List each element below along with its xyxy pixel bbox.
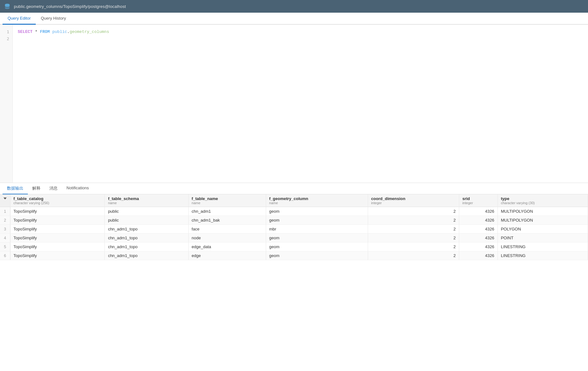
cell-srid: 4326: [459, 216, 497, 225]
cell-srid: 4326: [459, 251, 497, 260]
cell-type: LINESTRING: [497, 251, 588, 260]
col-header-f-table-schema[interactable]: f_table_schema name: [105, 194, 188, 207]
cell-f_geometry_column: mbr: [266, 225, 368, 234]
cell-coord_dimension: 2: [368, 207, 459, 216]
cell-f_table_catalog: TopoSimplify: [10, 225, 105, 234]
title-bar-path: public.geometry_columns/TopoSimplify/pos…: [14, 4, 126, 9]
cell-srid: 4326: [459, 207, 497, 216]
row-number: 4: [0, 234, 10, 242]
col-header-srid[interactable]: srid integer: [459, 194, 497, 207]
cell-coord_dimension: 2: [368, 225, 459, 234]
row-number: 2: [0, 216, 10, 225]
cell-f_table_schema: chn_adm1_topo: [105, 251, 188, 260]
cell-coord_dimension: 2: [368, 251, 459, 260]
cell-type: POLYGON: [497, 225, 588, 234]
cell-f_table_schema: public: [105, 216, 188, 225]
col-header-coord-dimension[interactable]: coord_dimension integer: [368, 194, 459, 207]
line-numbers: 1 2: [0, 25, 13, 183]
table-row: 6TopoSimplifychn_adm1_topoedgegeom24326L…: [0, 251, 588, 260]
col-header-type[interactable]: type character varying (30): [497, 194, 588, 207]
cell-coord_dimension: 2: [368, 216, 459, 225]
tab-explain[interactable]: 解释: [28, 183, 45, 194]
sort-col-header[interactable]: [0, 194, 10, 207]
cell-f_table_catalog: TopoSimplify: [10, 216, 105, 225]
cell-type: POINT: [497, 234, 588, 242]
table-row: 2TopoSimplifypublicchn_adm1_bakgeom24326…: [0, 216, 588, 225]
cell-f_geometry_column: geom: [266, 242, 368, 251]
bottom-panel: 数据输出 解释 消息 Notifications f_table_catalog…: [0, 183, 588, 260]
cell-f_table_schema: chn_adm1_topo: [105, 234, 188, 242]
table-row: 5TopoSimplifychn_adm1_topoedge_datageom2…: [0, 242, 588, 251]
cell-coord_dimension: 2: [368, 234, 459, 242]
tab-query-editor[interactable]: Query Editor: [3, 13, 36, 25]
cell-f_table_name: chn_adm1_bak: [188, 216, 266, 225]
row-number: 1: [0, 207, 10, 216]
cell-type: MULTIPOLYGON: [497, 216, 588, 225]
results-container[interactable]: f_table_catalog character varying (256) …: [0, 194, 588, 260]
table-row: 3TopoSimplifychn_adm1_topofacembr24326PO…: [0, 225, 588, 234]
cell-srid: 4326: [459, 242, 497, 251]
tab-messages[interactable]: 消息: [45, 183, 62, 194]
cell-coord_dimension: 2: [368, 242, 459, 251]
col-header-f-table-catalog[interactable]: f_table_catalog character varying (256): [10, 194, 105, 207]
cell-f_geometry_column: geom: [266, 234, 368, 242]
database-icon: [4, 3, 11, 10]
tab-query-history[interactable]: Query History: [36, 13, 71, 25]
cell-f_table_name: chn_adm1: [188, 207, 266, 216]
title-bar: public.geometry_columns/TopoSimplify/pos…: [0, 0, 588, 13]
col-header-f-geometry-column[interactable]: f_geometry_column name: [266, 194, 368, 207]
cell-f_table_catalog: TopoSimplify: [10, 242, 105, 251]
cell-f_table_name: edge: [188, 251, 266, 260]
cell-f_table_catalog: TopoSimplify: [10, 207, 105, 216]
cell-f_table_schema: chn_adm1_topo: [105, 242, 188, 251]
cell-f_table_name: node: [188, 234, 266, 242]
cell-f_table_catalog: TopoSimplify: [10, 251, 105, 260]
cell-f_geometry_column: geom: [266, 251, 368, 260]
editor-area[interactable]: 1 2 SELECT * FROM public.geometry_column…: [0, 25, 588, 183]
main-tabs: Query Editor Query History: [0, 13, 588, 25]
cell-f_table_schema: chn_adm1_topo: [105, 225, 188, 234]
results-table: f_table_catalog character varying (256) …: [0, 194, 588, 260]
tab-notifications[interactable]: Notifications: [62, 183, 93, 194]
row-number: 3: [0, 225, 10, 234]
cell-f_geometry_column: geom: [266, 207, 368, 216]
cell-f_geometry_column: geom: [266, 216, 368, 225]
cell-f_table_name: face: [188, 225, 266, 234]
row-number: 5: [0, 242, 10, 251]
row-number: 6: [0, 251, 10, 260]
table-row: 1TopoSimplifypublicchn_adm1geom24326MULT…: [0, 207, 588, 216]
col-header-f-table-name[interactable]: f_table_name name: [188, 194, 266, 207]
bottom-tabs: 数据输出 解释 消息 Notifications: [0, 183, 588, 194]
cell-srid: 4326: [459, 225, 497, 234]
table-row: 4TopoSimplifychn_adm1_toponodegeom24326P…: [0, 234, 588, 242]
tab-data-output[interactable]: 数据输出: [3, 183, 28, 194]
cell-type: LINESTRING: [497, 242, 588, 251]
cell-srid: 4326: [459, 234, 497, 242]
code-editor[interactable]: SELECT * FROM public.geometry_columns: [13, 25, 588, 183]
cell-type: MULTIPOLYGON: [497, 207, 588, 216]
cell-f_table_name: edge_data: [188, 242, 266, 251]
cell-f_table_catalog: TopoSimplify: [10, 234, 105, 242]
cell-f_table_schema: public: [105, 207, 188, 216]
